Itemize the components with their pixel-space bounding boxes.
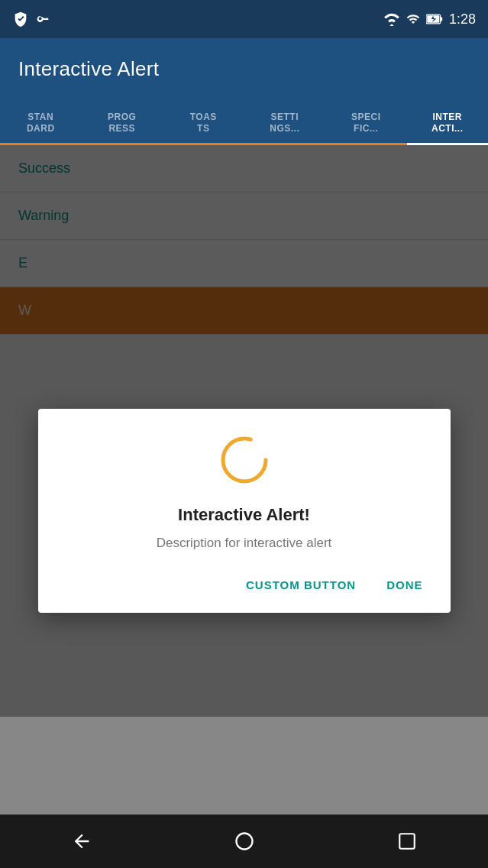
recents-button[interactable] [392,826,422,857]
status-bar-right: 1:28 [383,11,476,28]
svg-point-3 [223,439,266,481]
done-button[interactable]: DONE [377,572,431,598]
signal-icon [406,12,420,26]
dialog-description: Description for interactive alert [157,536,332,551]
shield-icon [12,11,29,28]
status-bar: 1:28 [0,0,488,38]
svg-rect-1 [441,17,443,21]
tab-settings[interactable]: SETTINGS... [244,102,326,145]
custom-button[interactable]: CUSTOM BUTTON [237,572,365,598]
key-icon [37,11,49,27]
dialog-title: Interactive Alert! [178,505,310,525]
tab-specific[interactable]: SPECIFIC... [325,102,407,145]
main-content: Success Warning E W Interactive Alert! D… [0,145,488,868]
app-bar: Interactive Alert [0,38,488,99]
status-time: 1:28 [449,11,476,28]
wifi-icon [383,12,400,26]
dialog: Interactive Alert! Description for inter… [38,409,451,613]
status-bar-left [12,11,49,28]
back-button[interactable] [66,826,97,857]
recents-icon [397,831,417,851]
tabs-bar: STANDARD PROGRESS TOASTS SETTINGS... SPE… [0,99,488,145]
svg-point-4 [236,834,252,850]
back-icon [71,831,92,852]
dialog-actions: CUSTOM BUTTON DONE [57,572,432,598]
tab-interactive[interactable]: INTERACTI... [407,102,489,145]
home-icon [234,831,255,852]
app-bar-title: Interactive Alert [18,57,159,81]
tab-toasts[interactable]: TOASTS [163,102,244,145]
bottom-nav [0,815,488,868]
tab-standard[interactable]: STANDARD [0,102,82,145]
svg-rect-5 [399,834,415,849]
dialog-spinner-icon [218,433,271,487]
home-button[interactable] [229,826,260,857]
battery-icon [426,12,443,26]
tab-progress[interactable]: PROGRESS [82,102,163,145]
dialog-overlay: Interactive Alert! Description for inter… [0,145,488,868]
